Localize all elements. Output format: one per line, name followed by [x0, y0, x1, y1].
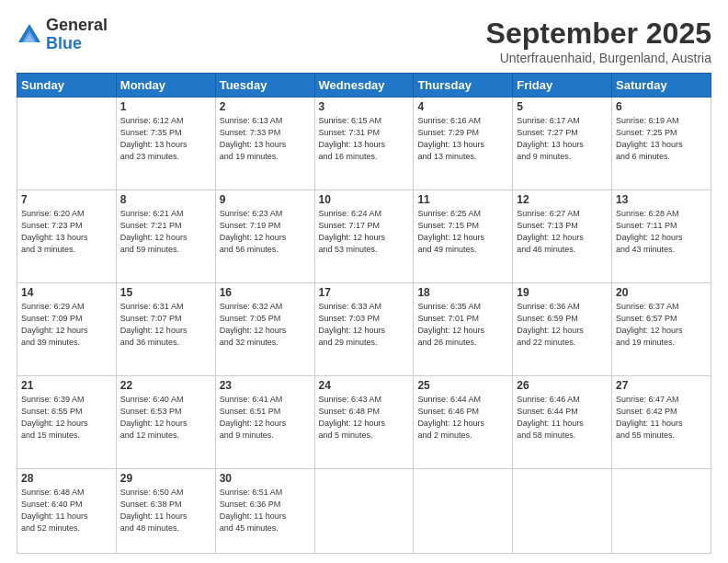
table-row: 7Sunrise: 6:20 AM Sunset: 7:23 PM Daylig… [17, 190, 117, 282]
day-number: 14 [21, 286, 112, 299]
day-info: Sunrise: 6:27 AM Sunset: 7:13 PM Dayligh… [517, 208, 608, 256]
calendar-week-row: 7Sunrise: 6:20 AM Sunset: 7:23 PM Daylig… [17, 190, 711, 282]
day-info: Sunrise: 6:51 AM Sunset: 6:36 PM Dayligh… [220, 487, 311, 534]
day-info: Sunrise: 6:17 AM Sunset: 7:27 PM Dayligh… [517, 115, 608, 163]
table-row [17, 98, 117, 190]
calendar-week-row: 21Sunrise: 6:39 AM Sunset: 6:55 PM Dayli… [17, 375, 711, 468]
calendar-header-row: Sunday Monday Tuesday Wednesday Thursday… [17, 74, 711, 98]
calendar-week-row: 28Sunrise: 6:48 AM Sunset: 6:40 PM Dayli… [17, 468, 711, 554]
table-row: 26Sunrise: 6:46 AM Sunset: 6:44 PM Dayli… [513, 375, 612, 468]
logo-general: General [46, 17, 108, 35]
day-number: 30 [220, 472, 311, 485]
table-row: 22Sunrise: 6:40 AM Sunset: 6:53 PM Dayli… [116, 375, 215, 468]
table-row: 28Sunrise: 6:48 AM Sunset: 6:40 PM Dayli… [17, 468, 117, 554]
calendar-table: Sunday Monday Tuesday Wednesday Thursday… [17, 73, 711, 554]
day-number: 11 [417, 193, 508, 206]
day-number: 8 [120, 193, 211, 206]
table-row: 13Sunrise: 6:28 AM Sunset: 7:11 PM Dayli… [612, 190, 711, 282]
table-row: 15Sunrise: 6:31 AM Sunset: 7:07 PM Dayli… [116, 282, 215, 375]
day-number: 6 [616, 100, 707, 113]
day-info: Sunrise: 6:35 AM Sunset: 7:01 PM Dayligh… [417, 301, 508, 349]
day-number: 28 [21, 472, 112, 485]
day-info: Sunrise: 6:33 AM Sunset: 7:03 PM Dayligh… [319, 301, 410, 349]
table-row: 18Sunrise: 6:35 AM Sunset: 7:01 PM Dayli… [414, 282, 513, 375]
day-info: Sunrise: 6:31 AM Sunset: 7:07 PM Dayligh… [120, 301, 211, 349]
logo-text: General Blue [46, 17, 108, 53]
day-info: Sunrise: 6:24 AM Sunset: 7:17 PM Dayligh… [319, 208, 410, 256]
day-info: Sunrise: 6:47 AM Sunset: 6:42 PM Dayligh… [616, 394, 707, 442]
col-sunday: Sunday [17, 74, 117, 98]
table-row: 11Sunrise: 6:25 AM Sunset: 7:15 PM Dayli… [414, 190, 513, 282]
col-tuesday: Tuesday [215, 74, 314, 98]
table-row: 3Sunrise: 6:15 AM Sunset: 7:31 PM Daylig… [314, 98, 414, 190]
day-number: 2 [220, 100, 311, 113]
table-row: 24Sunrise: 6:43 AM Sunset: 6:48 PM Dayli… [314, 375, 414, 468]
table-row: 2Sunrise: 6:13 AM Sunset: 7:33 PM Daylig… [215, 98, 314, 190]
day-info: Sunrise: 6:20 AM Sunset: 7:23 PM Dayligh… [21, 208, 112, 256]
day-number: 21 [21, 379, 112, 392]
day-number: 7 [21, 193, 112, 206]
table-row: 10Sunrise: 6:24 AM Sunset: 7:17 PM Dayli… [314, 190, 414, 282]
day-info: Sunrise: 6:13 AM Sunset: 7:33 PM Dayligh… [220, 115, 311, 163]
table-row: 21Sunrise: 6:39 AM Sunset: 6:55 PM Dayli… [17, 375, 117, 468]
table-row: 29Sunrise: 6:50 AM Sunset: 6:38 PM Dayli… [116, 468, 215, 554]
day-info: Sunrise: 6:46 AM Sunset: 6:44 PM Dayligh… [517, 394, 608, 442]
day-number: 20 [616, 286, 707, 299]
day-info: Sunrise: 6:12 AM Sunset: 7:35 PM Dayligh… [120, 115, 211, 163]
day-info: Sunrise: 6:32 AM Sunset: 7:05 PM Dayligh… [220, 301, 311, 349]
logo-blue: Blue [46, 35, 108, 53]
col-friday: Friday [513, 74, 612, 98]
subtitle: Unterfrauenhaid, Burgenland, Austria [486, 51, 711, 65]
day-number: 22 [120, 379, 211, 392]
table-row: 5Sunrise: 6:17 AM Sunset: 7:27 PM Daylig… [513, 98, 612, 190]
day-info: Sunrise: 6:48 AM Sunset: 6:40 PM Dayligh… [21, 487, 112, 534]
day-number: 18 [417, 286, 508, 299]
day-info: Sunrise: 6:44 AM Sunset: 6:46 PM Dayligh… [417, 394, 508, 442]
table-row [513, 468, 612, 554]
day-info: Sunrise: 6:37 AM Sunset: 6:57 PM Dayligh… [616, 301, 707, 349]
table-row: 14Sunrise: 6:29 AM Sunset: 7:09 PM Dayli… [17, 282, 117, 375]
day-number: 19 [517, 286, 608, 299]
table-row: 23Sunrise: 6:41 AM Sunset: 6:51 PM Dayli… [215, 375, 314, 468]
day-number: 1 [120, 100, 211, 113]
table-row: 27Sunrise: 6:47 AM Sunset: 6:42 PM Dayli… [612, 375, 711, 468]
day-number: 10 [319, 193, 410, 206]
day-info: Sunrise: 6:40 AM Sunset: 6:53 PM Dayligh… [120, 394, 211, 442]
day-info: Sunrise: 6:39 AM Sunset: 6:55 PM Dayligh… [21, 394, 112, 442]
day-info: Sunrise: 6:23 AM Sunset: 7:19 PM Dayligh… [220, 208, 311, 256]
day-info: Sunrise: 6:28 AM Sunset: 7:11 PM Dayligh… [616, 208, 707, 256]
day-info: Sunrise: 6:15 AM Sunset: 7:31 PM Dayligh… [319, 115, 410, 163]
title-block: September 2025 Unterfrauenhaid, Burgenla… [486, 17, 711, 65]
table-row: 1Sunrise: 6:12 AM Sunset: 7:35 PM Daylig… [116, 98, 215, 190]
day-number: 25 [417, 379, 508, 392]
page: General Blue September 2025 Unterfrauenh… [0, 0, 728, 563]
table-row: 25Sunrise: 6:44 AM Sunset: 6:46 PM Dayli… [414, 375, 513, 468]
col-saturday: Saturday [612, 74, 711, 98]
day-info: Sunrise: 6:25 AM Sunset: 7:15 PM Dayligh… [417, 208, 508, 256]
day-info: Sunrise: 6:19 AM Sunset: 7:25 PM Dayligh… [616, 115, 707, 163]
day-info: Sunrise: 6:16 AM Sunset: 7:29 PM Dayligh… [417, 115, 508, 163]
day-info: Sunrise: 6:50 AM Sunset: 6:38 PM Dayligh… [120, 487, 211, 534]
table-row: 9Sunrise: 6:23 AM Sunset: 7:19 PM Daylig… [215, 190, 314, 282]
day-number: 24 [319, 379, 410, 392]
day-number: 26 [517, 379, 608, 392]
day-number: 15 [120, 286, 211, 299]
table-row: 8Sunrise: 6:21 AM Sunset: 7:21 PM Daylig… [116, 190, 215, 282]
table-row [314, 468, 414, 554]
day-number: 23 [220, 379, 311, 392]
day-number: 17 [319, 286, 410, 299]
day-info: Sunrise: 6:36 AM Sunset: 6:59 PM Dayligh… [517, 301, 608, 349]
day-info: Sunrise: 6:43 AM Sunset: 6:48 PM Dayligh… [319, 394, 410, 442]
day-number: 3 [319, 100, 410, 113]
day-number: 4 [417, 100, 508, 113]
col-monday: Monday [116, 74, 215, 98]
calendar-week-row: 14Sunrise: 6:29 AM Sunset: 7:09 PM Dayli… [17, 282, 711, 375]
day-info: Sunrise: 6:21 AM Sunset: 7:21 PM Dayligh… [120, 208, 211, 256]
table-row [414, 468, 513, 554]
col-wednesday: Wednesday [314, 74, 414, 98]
logo: General Blue [17, 17, 108, 53]
day-number: 13 [616, 193, 707, 206]
day-info: Sunrise: 6:29 AM Sunset: 7:09 PM Dayligh… [21, 301, 112, 349]
day-number: 12 [517, 193, 608, 206]
day-number: 9 [220, 193, 311, 206]
